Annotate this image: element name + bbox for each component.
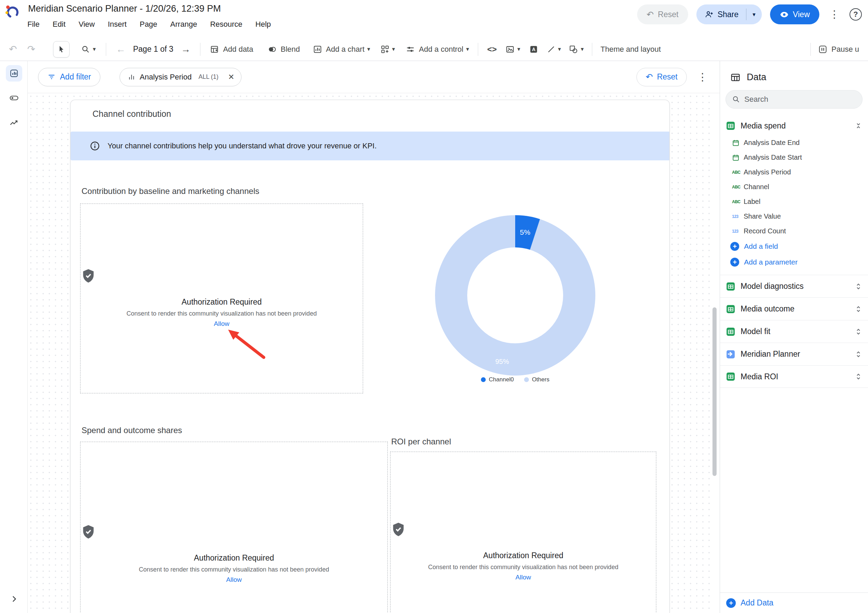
section-header: Channel contribution (93, 109, 171, 119)
expand-source-icon[interactable] (854, 305, 863, 313)
left-rail (0, 61, 28, 613)
embed-code-button[interactable]: <> (487, 45, 497, 54)
menubar: File Edit View Insert Page Arrange Resou… (26, 19, 272, 29)
data-panel: Data Media spend Analysis Date End Analy… (720, 61, 868, 613)
looker-studio-logo-icon[interactable] (5, 4, 20, 19)
field-analysis-date-end[interactable]: Analysis Date End (720, 135, 868, 150)
filter-bar-more-options-button[interactable]: ⋮ (696, 67, 709, 87)
menu-item-edit[interactable]: Edit (51, 19, 67, 29)
rail-expand-button[interactable] (0, 594, 28, 604)
reset-filters-button[interactable]: ↶ Reset (636, 68, 687, 86)
blend-button[interactable]: Blend (268, 45, 300, 54)
data-source-media-outcome[interactable]: Media outcome (720, 297, 868, 320)
data-source-media-spend[interactable]: Media spend (720, 116, 868, 135)
toolbar-divider (106, 43, 106, 56)
community-viz-placeholder-2[interactable]: Authorization Required Consent to render… (80, 442, 388, 613)
filter-chip-label: Analysis Period (140, 73, 192, 82)
expand-source-icon[interactable] (854, 327, 863, 336)
filter-chip-close-icon[interactable]: ✕ (228, 73, 234, 82)
menu-item-view[interactable]: View (77, 19, 96, 29)
allow-link[interactable]: Allow (391, 574, 656, 581)
expand-source-icon[interactable] (854, 372, 863, 381)
pause-updates-button[interactable]: Pause u (818, 45, 859, 54)
document-title[interactable]: Meridian Scenario Planner - 1/20/26, 12:… (28, 3, 221, 14)
add-a-parameter-button[interactable]: + Add a parameter (720, 254, 868, 270)
view-button[interactable]: View (770, 5, 819, 24)
collapse-source-icon[interactable] (854, 122, 863, 130)
data-table-icon (730, 72, 741, 82)
add-a-field-button[interactable]: + Add a field (720, 239, 868, 254)
filter-chip-analysis-period[interactable]: Analysis Period ALL (1) ✕ (119, 68, 242, 86)
text-tool-button[interactable]: A (529, 45, 538, 54)
data-source-meridian-planner[interactable]: Meridian Planner (720, 343, 868, 365)
shield-icon (81, 524, 388, 540)
next-page-button[interactable]: → (181, 45, 191, 54)
select-tool-button[interactable] (53, 41, 70, 57)
field-channel[interactable]: ABC Channel (720, 180, 868, 194)
data-source-model-fit[interactable]: Model fit (720, 320, 868, 343)
auth-body: Consent to render this community visuali… (81, 566, 388, 573)
rail-trends-button[interactable] (0, 110, 28, 135)
page-navigation-label[interactable]: Page 1 of 3 (133, 45, 173, 54)
data-source-model-diagnostics[interactable]: Model diagnostics (720, 275, 868, 297)
search-icon (732, 95, 740, 104)
add-a-chart-button[interactable]: Add a chart ▾ (313, 45, 370, 54)
rail-report-pages-button[interactable] (0, 61, 28, 86)
plus-icon: + (726, 598, 736, 608)
menu-item-insert[interactable]: Insert (107, 19, 128, 29)
community-visualizations-button[interactable]: ▾ (381, 45, 395, 54)
person-add-icon (705, 10, 713, 19)
menu-item-help[interactable]: Help (254, 19, 272, 29)
undo-button[interactable]: ↶ (9, 45, 17, 54)
add-data-button[interactable]: Add data (210, 45, 253, 54)
shield-icon (81, 268, 363, 284)
search-input[interactable] (744, 95, 847, 104)
legend-dot (481, 377, 486, 382)
menu-item-page[interactable]: Page (138, 19, 159, 29)
redo-button[interactable]: ↷ (27, 45, 35, 54)
help-icon[interactable]: ? (849, 8, 862, 20)
filter-icon (47, 73, 56, 81)
reset-button-header[interactable]: ↶ Reset (637, 5, 688, 24)
legend-label: Others (532, 376, 549, 383)
data-source-media-roi[interactable]: Media ROI (720, 365, 868, 388)
community-viz-placeholder-1[interactable]: Authorization Required Consent to render… (80, 203, 363, 393)
expand-source-icon[interactable] (854, 282, 863, 290)
text-type-icon: ABC (732, 170, 744, 175)
add-a-control-button[interactable]: Add a control ▾ (406, 45, 469, 54)
community-viz-placeholder-3[interactable]: Authorization Required Consent to render… (390, 452, 656, 613)
rail-controls-button[interactable] (0, 86, 28, 110)
menu-item-file[interactable]: File (26, 19, 41, 29)
header-more-options-button[interactable]: ⋮ (828, 5, 841, 24)
auth-body: Consent to render this community visuali… (391, 564, 656, 571)
data-search-box[interactable] (725, 90, 863, 109)
field-analysis-date-start[interactable]: Analysis Date Start (720, 150, 868, 165)
share-dropdown-caret-icon[interactable]: ▾ (753, 11, 756, 18)
donut-legend: Channel0 Others (435, 376, 595, 383)
field-record-count[interactable]: 123 Record Count (720, 224, 868, 239)
field-label[interactable]: ABC Label (720, 194, 868, 209)
field-share-value[interactable]: 123 Share Value (720, 209, 868, 224)
allow-link[interactable]: Allow (81, 576, 388, 584)
number-type-icon: 123 (732, 229, 744, 234)
theme-and-layout-button[interactable]: Theme and layout (600, 45, 661, 54)
sheets-icon (725, 121, 736, 131)
eye-icon (780, 10, 789, 19)
expand-source-icon[interactable] (854, 350, 863, 358)
image-tool-button[interactable]: ▾ (505, 45, 520, 54)
line-tool-button[interactable]: ▾ (547, 45, 561, 53)
share-button[interactable]: Share ▾ (696, 5, 762, 24)
connector-icon (725, 349, 736, 359)
legend-item-others: Others (524, 376, 549, 383)
previous-page-button[interactable]: ← (116, 45, 126, 54)
auth-title: Authorization Required (391, 551, 656, 560)
add-data-button-bottom[interactable]: + Add Data (720, 593, 868, 613)
zoom-tool-button[interactable]: ▾ (81, 45, 96, 54)
shape-tool-button[interactable]: ▾ (569, 45, 584, 54)
menu-item-resource[interactable]: Resource (209, 19, 243, 29)
vertical-scrollbar[interactable] (713, 307, 717, 476)
menu-item-arrange[interactable]: Arrange (169, 19, 198, 29)
allow-link[interactable]: Allow (81, 320, 363, 327)
field-analysis-period[interactable]: ABC Analysis Period (720, 165, 868, 180)
add-filter-button[interactable]: Add filter (38, 68, 100, 86)
